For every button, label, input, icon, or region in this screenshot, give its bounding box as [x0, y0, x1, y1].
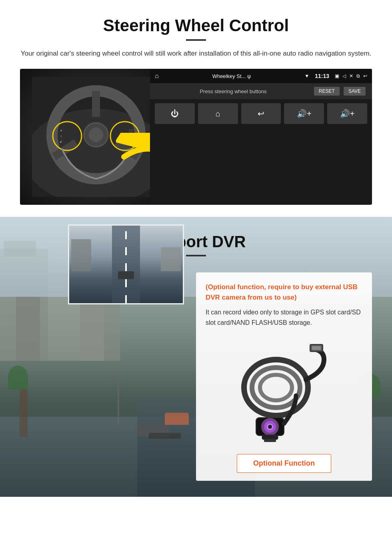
swc-image-container: + ↑ ↙ ⬚ ◎ ◈: [20, 69, 372, 205]
back-icon: ↩: [363, 73, 367, 79]
svg-point-19: [260, 375, 292, 400]
dvr-title-divider: [186, 255, 206, 256]
svg-text:+: +: [60, 129, 62, 133]
svg-point-7: [89, 128, 103, 142]
swc-subtitle: Your original car's steering wheel contr…: [20, 48, 372, 59]
dvr-camera-image: [206, 336, 362, 448]
toolbar-instruction: Press steering wheel buttons: [156, 88, 310, 94]
reset-button[interactable]: RESET: [314, 87, 340, 96]
statusbar-app-title: Wheelkey St... ψ: [162, 73, 302, 79]
steering-photo: + ↑ ↙ ⬚ ◎ ◈: [20, 69, 172, 205]
statusbar-icons: ▼ 11:13 ▣ ◁ ✕ ⧉ ↩: [304, 73, 367, 79]
home-icon[interactable]: ⌂: [155, 72, 159, 80]
dvr-preview-thumbnail: [68, 224, 184, 304]
title-divider: [186, 39, 206, 41]
window-icon: ⧉: [356, 73, 360, 79]
android-toolbar: Press steering wheel buttons RESET SAVE: [150, 83, 372, 99]
svg-text:↑: ↑: [60, 134, 62, 138]
statusbar-time: 11:13: [315, 73, 329, 79]
steering-wheel-section: Steering Wheel Control Your original car…: [0, 0, 392, 217]
dvr-title: Support DVR: [0, 233, 392, 251]
home-button[interactable]: ⌂: [198, 103, 238, 124]
android-statusbar: ⌂ Wheelkey St... ψ ▼ 11:13 ▣ ◁ ✕ ⧉ ↩: [150, 69, 372, 83]
svg-text:⬚: ⬚: [129, 129, 133, 133]
dvr-camera-svg: [232, 340, 336, 444]
vol-up-button-2[interactable]: 🔊+: [327, 103, 367, 124]
vol-up-button-1[interactable]: 🔊+: [284, 103, 324, 124]
dvr-title-area: Support DVR: [0, 217, 392, 264]
dvr-info-card: (Optional function, require to buy exter…: [196, 272, 372, 481]
save-button[interactable]: SAVE: [344, 87, 366, 96]
back-button[interactable]: ↩: [241, 103, 281, 124]
svg-text:↙: ↙: [60, 140, 63, 144]
close-icon: ✕: [349, 73, 353, 79]
dvr-content: (Optional function, require to buy exter…: [0, 264, 392, 497]
svg-rect-21: [312, 346, 321, 350]
dvr-description: It can record video only to storage in G…: [206, 307, 362, 328]
power-button[interactable]: ⏻: [155, 103, 195, 124]
volume-icon: ◁: [342, 73, 346, 79]
dvr-section: Support DVR (Optional function, require …: [0, 217, 392, 497]
swc-title: Steering Wheel Control: [20, 16, 372, 35]
svg-point-26: [268, 425, 272, 429]
wifi-icon: ▼: [304, 73, 309, 79]
optional-function-button[interactable]: Optional Function: [237, 454, 331, 473]
android-screen: ⌂ Wheelkey St... ψ ▼ 11:13 ▣ ◁ ✕ ⧉ ↩ Pre…: [150, 69, 372, 205]
svg-rect-28: [264, 439, 276, 442]
camera-icon: ▣: [335, 73, 339, 79]
dvr-optional-text: (Optional function, require to buy exter…: [206, 282, 362, 302]
dvr-right-area: (Optional function, require to buy exter…: [196, 272, 372, 481]
android-buttons-row: ⏻ ⌂ ↩ 🔊+ 🔊+: [150, 99, 372, 128]
road-center-line: [125, 226, 127, 303]
